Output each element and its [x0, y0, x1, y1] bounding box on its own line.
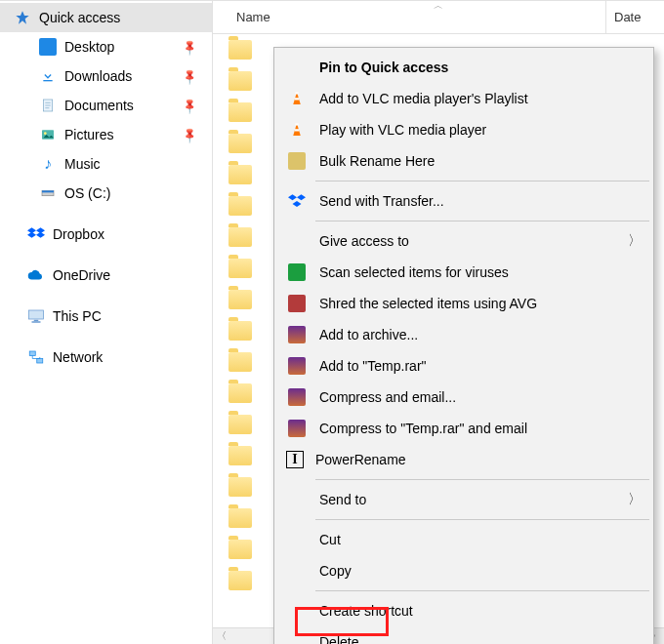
nav-downloads[interactable]: Downloads 📌 [0, 61, 212, 91]
svg-point-7 [44, 132, 47, 135]
nav-documents[interactable]: Documents 📌 [0, 91, 212, 120]
folder-icon [228, 415, 252, 434]
folder-icon [228, 102, 252, 122]
blank-icon [286, 529, 308, 550]
ctx-label: PowerRename [315, 452, 642, 467]
ctx-powerrename[interactable]: I PowerRename [276, 444, 651, 475]
folder-icon [228, 227, 252, 247]
nav-pictures[interactable]: Pictures 📌 [0, 120, 212, 149]
folder-icon [228, 508, 252, 528]
ctx-cut[interactable]: Cut [276, 524, 651, 555]
folder-icon [228, 71, 252, 91]
folder-icon [228, 383, 252, 403]
ctx-label: Play with VLC media player [319, 122, 642, 138]
folder-icon [228, 40, 252, 60]
winrar-icon [286, 418, 308, 439]
pictures-icon [39, 126, 57, 143]
drive-icon [39, 184, 57, 202]
nav-this-pc[interactable]: This PC [0, 302, 212, 331]
ctx-label: Scan selected items for viruses [319, 264, 642, 280]
svg-marker-13 [27, 232, 36, 238]
svg-rect-22 [295, 98, 300, 100]
ctx-separator [315, 519, 649, 520]
ctx-give-access[interactable]: Give access to 〉 [276, 225, 651, 257]
ctx-label: Add to VLC media player's Playlist [319, 91, 642, 106]
ctx-compress-email[interactable]: Compress and email... [276, 382, 651, 413]
nav-label: OS (C:) [64, 185, 212, 201]
this-pc-icon [27, 307, 45, 325]
ctx-label: Bulk Rename Here [319, 153, 642, 169]
svg-marker-0 [16, 11, 28, 23]
svg-marker-28 [293, 201, 302, 207]
context-menu: Pin to Quick access Add to VLC media pla… [273, 47, 654, 644]
svg-rect-15 [29, 310, 44, 319]
column-header-label: Name [236, 10, 270, 24]
nav-onedrive[interactable]: OneDrive [0, 261, 212, 290]
ctx-label: Add to "Temp.rar" [319, 358, 642, 374]
ctx-separator [315, 181, 649, 181]
avg-icon [286, 262, 308, 283]
ctx-create-shortcut[interactable]: Create shortcut [276, 595, 651, 626]
nav-label: OneDrive [53, 267, 212, 283]
powerrename-icon: I [286, 451, 304, 468]
bulk-rename-icon [286, 150, 308, 172]
folder-icon [228, 321, 252, 341]
nav-label: Network [53, 349, 212, 365]
ctx-vlc-add-playlist[interactable]: Add to VLC media player's Playlist [276, 83, 651, 114]
ctx-separator [315, 221, 649, 221]
column-header-date[interactable]: Date [605, 1, 664, 33]
dropbox-icon [286, 190, 308, 212]
nav-dropbox[interactable]: Dropbox [0, 220, 212, 249]
ctx-label: Send with Transfer... [319, 193, 642, 209]
onedrive-icon [27, 266, 45, 284]
ctx-label: Give access to [319, 233, 616, 249]
nav-label: Dropbox [53, 226, 212, 242]
blank-icon [286, 631, 308, 644]
svg-rect-18 [29, 351, 35, 356]
column-header-row: ︿ Name Date [213, 1, 664, 34]
ctx-vlc-play[interactable]: Play with VLC media player [276, 114, 651, 145]
folder-icon [228, 571, 252, 590]
ctx-delete[interactable]: Delete [276, 626, 651, 644]
svg-rect-19 [37, 359, 43, 364]
nav-network[interactable]: Network [0, 342, 212, 372]
nav-music[interactable]: ♪ Music [0, 149, 212, 179]
ctx-send-transfer[interactable]: Send with Transfer... [276, 185, 651, 217]
ctx-send-to[interactable]: Send to 〉 [276, 484, 651, 515]
ctx-label: Send to [319, 492, 616, 507]
ctx-add-archive[interactable]: Add to archive... [276, 319, 651, 350]
nav-desktop[interactable]: Desktop 📌 [0, 32, 212, 61]
ctx-label: Compress and email... [319, 389, 642, 405]
nav-os-c[interactable]: OS (C:) [0, 179, 212, 208]
winrar-icon [286, 386, 308, 408]
ctx-pin-quick-access[interactable]: Pin to Quick access [276, 52, 651, 83]
network-icon [27, 348, 45, 366]
ctx-add-temp[interactable]: Add to "Temp.rar" [276, 350, 651, 382]
documents-icon [39, 97, 57, 114]
ctx-copy[interactable]: Copy [276, 555, 651, 586]
quick-access-icon [14, 9, 31, 26]
svg-marker-14 [36, 232, 45, 238]
ctx-label: Delete [319, 634, 642, 644]
ctx-shred-avg[interactable]: Shred the selected items using AVG [276, 288, 651, 319]
ctx-bulk-rename[interactable]: Bulk Rename Here [276, 145, 651, 177]
blank-icon [286, 560, 308, 582]
folder-icon [228, 165, 252, 184]
folder-icon [228, 290, 252, 309]
column-header-name[interactable]: Name [213, 10, 605, 24]
nav-label: This PC [53, 308, 212, 324]
avg-shred-icon [286, 293, 308, 314]
column-header-label: Date [614, 10, 641, 24]
sort-chevron-up-icon[interactable]: ︿ [434, 0, 443, 13]
folder-icon [228, 196, 252, 216]
scroll-left-button[interactable]: 〈 [213, 628, 229, 645]
folder-icon [228, 446, 252, 465]
ctx-separator [315, 479, 649, 480]
ctx-compress-temp-email[interactable]: Compress to "Temp.rar" and email [276, 413, 651, 444]
ctx-label: Pin to Quick access [319, 60, 642, 75]
blank-icon [286, 489, 308, 510]
chevron-right-icon: 〉 [628, 232, 642, 250]
vlc-icon [286, 88, 308, 109]
ctx-scan-viruses[interactable]: Scan selected items for viruses [276, 257, 651, 288]
nav-quick-access[interactable]: Quick access [0, 3, 212, 32]
